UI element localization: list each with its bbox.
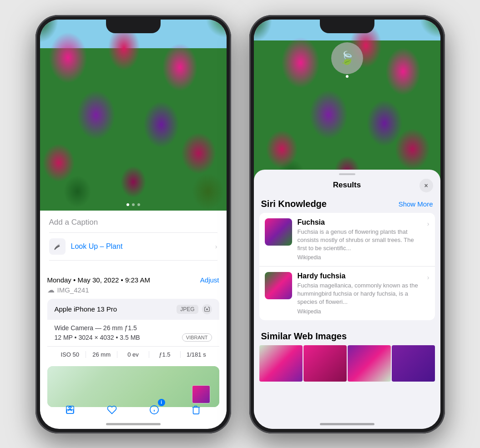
cloud-icon: ☁	[47, 286, 55, 294]
lookup-row[interactable]: Look Up – Plant ›	[49, 233, 217, 261]
dot-indicator	[126, 203, 140, 206]
web-images-header: Similar Web Images	[254, 327, 440, 345]
left-phone: Add a Caption Look Up – Plant ›	[35, 15, 231, 433]
siri-bubble: 🍃	[331, 42, 363, 74]
dot-3	[137, 203, 140, 206]
mp-info: 12 MP • 3024 × 4032 • 3.5 MB	[55, 334, 140, 341]
photo-flowers	[40, 20, 227, 211]
exif-aperture: ƒ1.5	[149, 351, 181, 358]
hardy-chevron: ›	[427, 274, 429, 281]
device-section: Apple iPhone 13 Pro JPEG	[47, 299, 219, 362]
panel-title: Results	[333, 181, 361, 190]
hardy-desc: Fuchsia magellanica, commonly known as t…	[298, 282, 422, 307]
fuchsia-name: Fuchsia	[298, 218, 422, 227]
info-button[interactable]: i	[144, 400, 164, 420]
hardy-thumb	[265, 272, 292, 299]
leaf-icon	[53, 242, 62, 251]
lookup-chevron: ›	[215, 243, 217, 250]
web-images-title: Similar Web Images	[261, 331, 347, 342]
fuchsia-desc: Fuchsia is a genus of flowering plants t…	[298, 228, 422, 253]
exif-iso: ISO 50	[55, 351, 86, 358]
bottom-toolbar: i	[40, 400, 227, 420]
camera-icon-badge	[202, 304, 212, 314]
like-button[interactable]	[102, 400, 122, 420]
exif-row: ISO 50 26 mm 0 ev ƒ1.5 1/181 s	[47, 346, 219, 362]
notch	[106, 20, 161, 33]
format-badge: JPEG	[177, 305, 198, 314]
fuchsia-chevron: ›	[427, 220, 429, 227]
results-panel[interactable]: Results × Siri Knowledge Show More Fuchs…	[254, 170, 440, 429]
siri-knowledge-header: Siri Knowledge Show More	[254, 195, 440, 213]
fuchsia-text: Fuchsia Fuchsia is a genus of flowering …	[298, 218, 422, 261]
lookup-icon	[49, 238, 66, 255]
adjust-button[interactable]: Adjust	[200, 276, 219, 284]
fuchsia-thumb	[265, 218, 292, 246]
knowledge-item-hardy[interactable]: Hardy fuchsia Fuchsia magellanica, commo…	[259, 267, 435, 320]
photo-info-area: Add a Caption Look Up – Plant ›	[40, 211, 227, 266]
caption-input[interactable]: Add a Caption	[49, 216, 217, 233]
exif-ev: 0 ev	[117, 351, 149, 358]
camera-type: Wide Camera — 26 mm ƒ1.5	[55, 324, 212, 332]
delete-icon	[191, 405, 201, 415]
knowledge-card: Fuchsia Fuchsia is a genus of flowering …	[259, 213, 435, 320]
knowledge-item-fuchsia[interactable]: Fuchsia Fuchsia is a genus of flowering …	[259, 213, 435, 267]
hardy-name: Hardy fuchsia	[298, 272, 422, 280]
mp-info-row: 12 MP • 3024 × 4032 • 3.5 MB VIBRANT	[55, 333, 212, 342]
scroll-content[interactable]: Add a Caption Look Up – Plant ›	[40, 20, 227, 429]
left-phone-screen: Add a Caption Look Up – Plant ›	[40, 20, 227, 429]
dot-2	[132, 203, 135, 206]
device-name: Apple iPhone 13 Pro	[55, 305, 117, 313]
show-more-button[interactable]: Show More	[399, 200, 433, 208]
camera-specs: Wide Camera — 26 mm ƒ1.5 12 MP • 3024 × …	[47, 320, 219, 346]
right-phone: 🍃 Results × Siri Knowledge Sho	[249, 15, 445, 433]
hardy-source: Wikipedia	[298, 308, 422, 315]
dot-1	[126, 203, 129, 206]
filename-row: ☁ IMG_4241	[47, 286, 219, 294]
share-icon	[65, 405, 75, 415]
heart-icon	[107, 405, 117, 415]
panel-close-button[interactable]: ×	[419, 179, 433, 192]
fuchsia-source: Wikipedia	[298, 254, 422, 261]
date-text: Monday • May 30, 2022 • 9:23 AM	[47, 276, 150, 284]
web-thumb-1[interactable]	[259, 345, 303, 382]
home-indicator-right	[320, 423, 374, 425]
filename: IMG_4241	[57, 286, 89, 294]
lookup-subject: Plant	[104, 242, 122, 250]
info-icon	[149, 405, 159, 415]
device-badges: JPEG	[177, 304, 212, 314]
panel-handle[interactable]	[339, 173, 355, 175]
web-thumb-2[interactable]	[303, 345, 347, 382]
web-thumb-4[interactable]	[392, 345, 435, 382]
web-thumb-3[interactable]	[348, 345, 391, 382]
siri-dot	[346, 75, 349, 78]
lookup-label: Look Up –	[71, 242, 104, 250]
home-indicator-left	[106, 423, 161, 425]
hardy-text: Hardy fuchsia Fuchsia magellanica, commo…	[298, 272, 422, 315]
photo-area	[40, 20, 227, 211]
panel-header: Results ×	[254, 181, 440, 195]
date-row: Monday • May 30, 2022 • 9:23 AM Adjust	[47, 276, 219, 284]
lookup-text: Look Up – Plant	[71, 242, 123, 251]
siri-leaf-icon: 🍃	[339, 50, 355, 65]
delete-button[interactable]	[186, 400, 206, 420]
siri-knowledge-title: Siri Knowledge	[261, 199, 327, 209]
web-images-section: Similar Web Images	[254, 324, 440, 382]
vibrant-badge: VIBRANT	[182, 333, 212, 342]
meta-section: Monday • May 30, 2022 • 9:23 AM Adjust ☁…	[40, 270, 227, 412]
device-row: Apple iPhone 13 Pro JPEG	[47, 299, 219, 320]
right-phone-screen: 🍃 Results × Siri Knowledge Sho	[254, 20, 440, 429]
info-badge: i	[158, 399, 165, 406]
right-photo-area: 🍃	[254, 20, 440, 192]
share-button[interactable]	[60, 400, 80, 420]
exif-shutter: 1/181 s	[181, 351, 212, 358]
right-notch	[320, 20, 374, 33]
web-images-row	[259, 345, 435, 382]
phones-container: Add a Caption Look Up – Plant ›	[35, 15, 445, 433]
camera-icon	[204, 306, 210, 312]
exif-focal: 26 mm	[86, 351, 117, 358]
